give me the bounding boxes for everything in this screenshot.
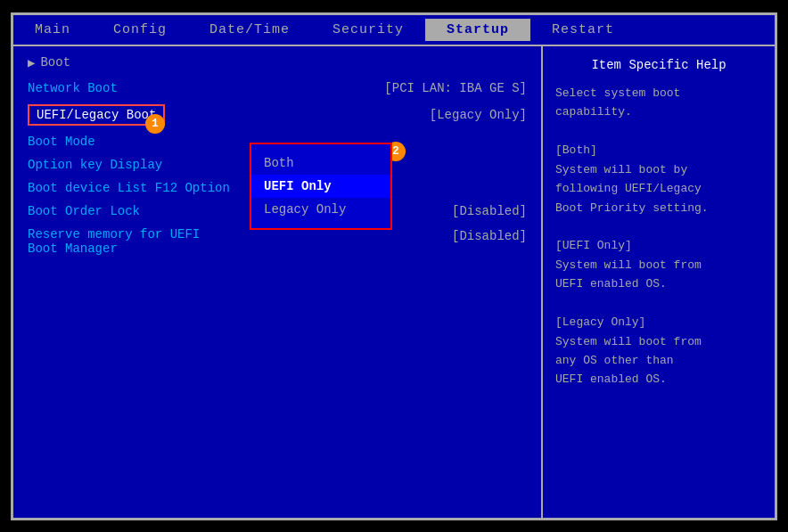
- menu-security[interactable]: Security: [311, 19, 425, 41]
- menu-datetime[interactable]: Date/Time: [188, 19, 311, 41]
- content-area: ▶ Boot Network Boot [PCI LAN: IBA GE S] …: [13, 46, 775, 518]
- boot-order-lock-label[interactable]: Boot Order Lock: [28, 204, 140, 218]
- network-boot-row: Network Boot [PCI LAN: IBA GE S]: [28, 78, 527, 99]
- dropdown-item-both[interactable]: Both: [251, 151, 390, 175]
- menu-restart[interactable]: Restart: [530, 19, 636, 41]
- dropdown-item-uefi-only[interactable]: UEFI Only: [251, 175, 390, 198]
- boot-mode-dropdown[interactable]: Both UEFI Only Legacy Only: [250, 143, 392, 230]
- network-boot-value: [PCI LAN: IBA GE S]: [384, 81, 527, 95]
- section-label: Boot: [40, 55, 70, 70]
- reserve-memory-label[interactable]: Reserve memory for UEFI Boot Manager: [28, 227, 200, 256]
- menu-bar: Main Config Date/Time Security Startup R…: [13, 15, 775, 46]
- uefi-legacy-boot-row: UEFI/Legacy Boot [Legacy Only]: [28, 101, 527, 129]
- boot-order-lock-value: [Disabled]: [452, 204, 527, 218]
- reserve-memory-value: [Disabled]: [452, 229, 527, 243]
- help-title: Item Specific Help: [555, 55, 762, 75]
- menu-startup[interactable]: Startup: [425, 19, 530, 41]
- right-panel: Item Specific Help Select system bootcap…: [543, 46, 775, 518]
- uefi-legacy-boot-value: [Legacy Only]: [430, 108, 527, 122]
- dropdown-item-legacy-only[interactable]: Legacy Only: [251, 198, 390, 221]
- section-arrow: ▶: [28, 55, 35, 70]
- badge-1: 1: [145, 114, 165, 134]
- network-boot-label[interactable]: Network Boot: [28, 81, 118, 95]
- help-text: Select system bootcapability.[Both]Syste…: [555, 84, 762, 389]
- boot-device-label[interactable]: Boot device List F12 Option: [28, 181, 230, 195]
- menu-main[interactable]: Main: [13, 19, 92, 41]
- option-key-label[interactable]: Option key Display: [28, 158, 162, 172]
- left-panel: ▶ Boot Network Boot [PCI LAN: IBA GE S] …: [13, 46, 543, 518]
- bios-window: Main Config Date/Time Security Startup R…: [11, 12, 777, 520]
- boot-mode-label[interactable]: Boot Mode: [28, 135, 95, 149]
- menu-config[interactable]: Config: [92, 19, 188, 41]
- section-header: ▶ Boot: [28, 55, 527, 70]
